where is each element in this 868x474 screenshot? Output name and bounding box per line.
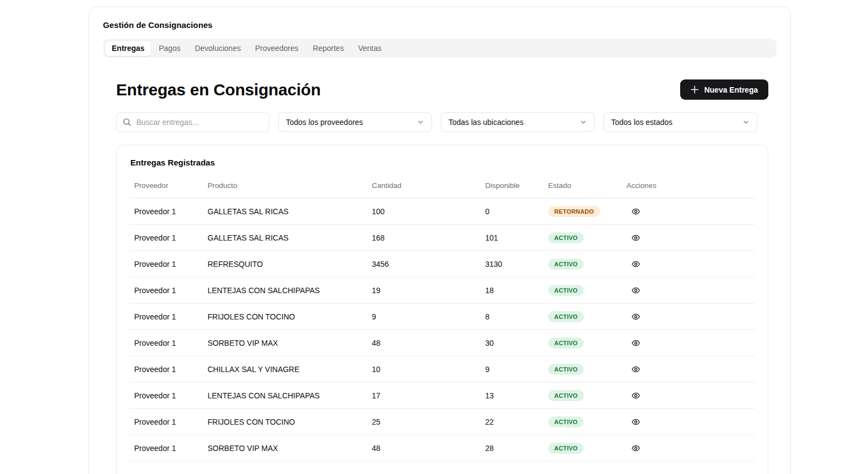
cell-producto: FRIJOLES CON TOCINO — [203, 409, 367, 435]
cell-estado: ACTIVO — [544, 330, 622, 356]
cell-acciones — [622, 277, 755, 304]
status-badge: ACTIVO — [548, 416, 584, 427]
chevron-down-icon — [579, 118, 587, 126]
cell-producto: CHILLAX SAL Y VINAGRE — [203, 356, 367, 382]
cell-estado: ACTIVO — [544, 225, 622, 251]
tab-reportes[interactable]: Reportes — [306, 41, 350, 56]
search-icon — [122, 117, 131, 127]
view-button[interactable] — [629, 415, 642, 429]
table-row: Proveedor 1 SORBETO VIP MAX 48 28 ACTIVO — [130, 435, 755, 461]
cell-cantidad: 3456 — [367, 251, 481, 277]
cell-producto: LENTEJAS CON SALCHIPAPAS — [203, 382, 367, 409]
cell-producto: SORBETO VIP MAX — [203, 435, 367, 461]
status-filter-select[interactable]: Todos los estados — [603, 112, 757, 132]
cell-cantidad: 100 — [367, 198, 481, 225]
table-row: Proveedor 1 SORBETO VIP MAX 48 30 ACTIVO — [130, 330, 755, 356]
cell-proveedor: Proveedor 1 — [130, 304, 203, 330]
tab-ventas[interactable]: Ventas — [352, 41, 388, 56]
view-button[interactable] — [629, 363, 642, 376]
location-filter-select[interactable]: Todas las ubicaciones — [441, 112, 595, 132]
chevron-down-icon — [417, 118, 424, 126]
status-badge: ACTIVO — [548, 232, 584, 243]
view-button[interactable] — [629, 205, 642, 218]
cell-proveedor: Proveedor 1 — [130, 356, 203, 382]
table-row: Proveedor 1 CHILLAX SAL Y VINAGRE 10 9 A… — [130, 356, 755, 382]
cell-estado: ACTIVO — [544, 435, 622, 461]
cell-cantidad: 17 — [367, 382, 481, 409]
new-entrega-button[interactable]: Nueva Entrega — [680, 79, 768, 100]
eye-icon — [631, 391, 640, 400]
tab-pagos[interactable]: Pagos — [152, 41, 187, 56]
app-title: Gestión de Consignaciones — [103, 20, 777, 30]
col-producto: Producto — [203, 181, 367, 198]
cell-proveedor: Proveedor 1 — [130, 435, 203, 461]
table-row: Proveedor 1 GALLETAS SAL RICAS 168 101 A… — [130, 225, 755, 251]
table-title: Entregas Registradas — [130, 158, 755, 167]
view-button[interactable] — [629, 231, 642, 244]
eye-icon — [631, 444, 640, 453]
cell-acciones — [622, 409, 755, 435]
col-cantidad: Cantidad — [367, 181, 481, 198]
tab-entregas[interactable]: Entregas — [105, 41, 151, 56]
cell-cantidad: 25 — [367, 409, 481, 435]
status-badge: ACTIVO — [548, 364, 584, 375]
cell-proveedor: Proveedor 1 — [130, 198, 203, 225]
cell-disponible: 22 — [481, 409, 544, 435]
col-proveedor: Proveedor — [130, 181, 203, 198]
cell-producto: GALLETAS SAL RICAS — [203, 198, 367, 225]
cell-disponible: 101 — [481, 225, 544, 251]
cell-producto: FRIJOLES CON TOCINO — [203, 304, 367, 330]
tab-devoluciones[interactable]: Devoluciones — [188, 41, 248, 56]
eye-icon — [631, 233, 640, 242]
eye-icon — [631, 418, 640, 426]
cell-disponible: 9 — [481, 356, 544, 382]
cell-disponible: 13 — [481, 382, 544, 409]
col-acciones: Acciones — [622, 181, 755, 198]
cell-proveedor: Proveedor 1 — [130, 409, 203, 435]
entregas-card: Entregas Registradas Proveedor Producto … — [116, 145, 768, 474]
cell-acciones — [622, 435, 755, 461]
cell-cantidad: 48 — [367, 330, 481, 356]
status-badge: ACTIVO — [548, 285, 584, 296]
view-button[interactable] — [629, 442, 642, 455]
provider-filter-select[interactable]: Todos los proveedores — [278, 112, 432, 132]
eye-icon — [631, 365, 640, 374]
eye-icon — [631, 207, 640, 216]
cell-estado: ACTIVO — [544, 277, 622, 304]
cell-proveedor: Proveedor 1 — [130, 225, 203, 251]
table-row: Proveedor 1 GALLETAS SAL RICAS 100 0 RET… — [130, 198, 755, 225]
eye-icon — [631, 286, 640, 295]
provider-filter-value: Todos los proveedores — [286, 118, 363, 127]
main-card: Gestión de Consignaciones EntregasPagosD… — [89, 7, 791, 474]
table-row: Proveedor 1 FRIJOLES CON TOCINO 9 8 ACTI… — [130, 304, 755, 330]
tab-proveedores[interactable]: Proveedores — [249, 41, 305, 56]
cell-cantidad: 19 — [367, 277, 481, 304]
cell-cantidad: 168 — [367, 225, 481, 251]
view-button[interactable] — [629, 389, 642, 402]
cell-acciones — [622, 330, 755, 356]
cell-cantidad: 48 — [367, 435, 481, 461]
cell-disponible: 18 — [481, 277, 544, 304]
view-button[interactable] — [629, 310, 642, 323]
cell-proveedor: Proveedor 1 — [130, 382, 203, 409]
view-button[interactable] — [629, 258, 642, 271]
table-row: Proveedor 1 FRIJOLES CON TOCINO 25 22 AC… — [130, 409, 755, 435]
search-input[interactable] — [116, 112, 269, 132]
page-title: Entregas en Consignación — [116, 81, 321, 99]
view-button[interactable] — [629, 336, 642, 350]
eye-icon — [631, 339, 640, 347]
plus-icon — [691, 85, 699, 94]
cell-acciones — [622, 382, 755, 409]
cell-estado: ACTIVO — [544, 251, 622, 277]
table-body: Proveedor 1 GALLETAS SAL RICAS 100 0 RET… — [130, 198, 755, 461]
cell-acciones — [622, 356, 755, 382]
cell-producto: SORBETO VIP MAX — [203, 330, 367, 356]
status-badge: ACTIVO — [548, 259, 584, 270]
cell-producto: GALLETAS SAL RICAS — [203, 225, 367, 251]
view-button[interactable] — [629, 284, 642, 297]
table-row: Proveedor 1 REFRESQUITO 3456 3130 ACTIVO — [130, 251, 755, 277]
col-estado: Estado — [544, 181, 622, 198]
chevron-down-icon — [742, 118, 750, 126]
cell-cantidad: 10 — [367, 356, 481, 382]
cell-proveedor: Proveedor 1 — [130, 277, 203, 304]
